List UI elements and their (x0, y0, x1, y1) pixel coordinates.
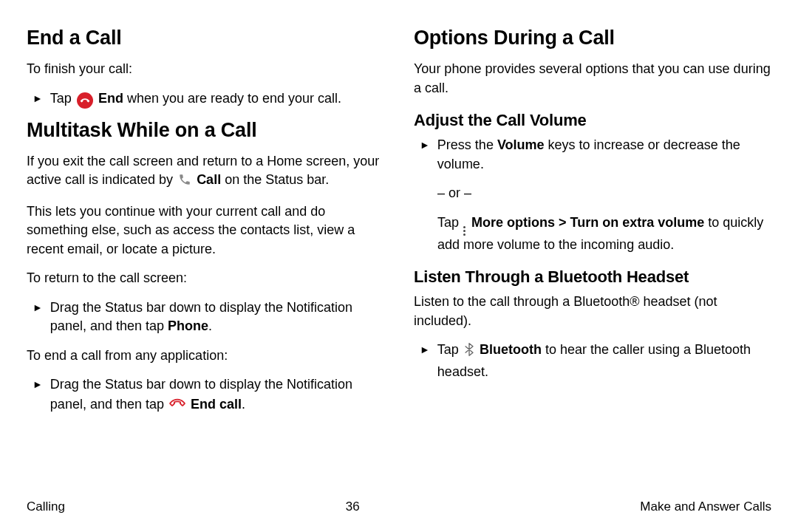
bullet-marker-icon: ► (420, 341, 430, 381)
text: Tap (437, 342, 463, 357)
content-columns: End a Call To finish your call: ► Tap En… (27, 27, 771, 485)
text-bold: End call (191, 397, 242, 412)
bullet-content: Drag the Status bar down to display the … (50, 299, 384, 336)
bullet-tap-end: ► Tap End when you are ready to end your… (27, 89, 384, 109)
bluetooth-icon (464, 342, 474, 363)
text: Tap (437, 215, 463, 230)
text-multitask-2: This lets you continue with your current… (27, 202, 384, 259)
bullet-content: Drag the Status bar down to display the … (50, 375, 384, 416)
heading-end-a-call: End a Call (27, 27, 384, 50)
text: Tap (50, 91, 75, 106)
text-bold: End (98, 91, 123, 106)
text-bluetooth-intro: Listen to the call through a Bluetooth® … (414, 293, 771, 330)
text-return-label: To return to the call screen: (27, 269, 384, 288)
bullet-marker-icon: ► (420, 136, 430, 174)
text-bold: Bluetooth (480, 342, 542, 357)
right-column: Options During a Call Your phone provide… (414, 27, 771, 485)
text: on the Status bar. (221, 172, 329, 187)
footer-section: Calling (27, 499, 65, 514)
text: Press the (437, 137, 497, 152)
heading-options: Options During a Call (414, 27, 771, 50)
text-options-intro: Your phone provides several options that… (414, 60, 771, 98)
phone-icon (178, 173, 191, 192)
heading-bluetooth: Listen Through a Bluetooth Headset (414, 267, 771, 287)
bullet-marker-icon: ► (33, 375, 43, 416)
text-bold: Call (197, 172, 221, 187)
page-footer: Calling 36 Make and Answer Calls (27, 499, 771, 514)
text-bold: More options > Turn on extra volume (471, 215, 704, 230)
left-column: End a Call To finish your call: ► Tap En… (27, 27, 384, 485)
text-more-options: Tap More options > Turn on extra volume … (414, 214, 771, 255)
footer-chapter: Make and Answer Calls (640, 499, 771, 514)
text: when you are ready to end your call. (123, 91, 341, 106)
text: . (208, 318, 212, 333)
text-multitask-1: If you exit the call screen and return t… (27, 152, 384, 192)
text-or: – or – (414, 184, 771, 203)
bullet-content: Tap Bluetooth to hear the caller using a… (437, 341, 771, 381)
footer-page-number: 36 (346, 499, 360, 514)
more-options-icon (463, 226, 466, 236)
heading-multitask: Multitask While on a Call (27, 119, 384, 142)
text-bold: Phone (168, 318, 208, 333)
bullet-content: Tap End when you are ready to end your c… (50, 89, 384, 109)
text: . (242, 397, 245, 412)
end-call-icon (77, 92, 93, 109)
bullet-volume-keys: ► Press the Volume keys to increase or d… (414, 136, 771, 174)
text-finish-call: To finish your call: (27, 60, 384, 79)
text-bold: Volume (497, 137, 545, 152)
end-call-outline-icon (169, 395, 185, 417)
bullet-return: ► Drag the Status bar down to display th… (27, 299, 384, 336)
bullet-marker-icon: ► (33, 89, 43, 109)
text-endany-label: To end a call from any application: (27, 347, 384, 366)
bullet-content: Press the Volume keys to increase or dec… (437, 136, 771, 174)
bullet-endany: ► Drag the Status bar down to display th… (27, 375, 384, 416)
bullet-bluetooth: ► Tap Bluetooth to hear the caller using… (414, 341, 771, 381)
bullet-marker-icon: ► (33, 299, 43, 336)
heading-adjust-volume: Adjust the Call Volume (414, 111, 771, 130)
